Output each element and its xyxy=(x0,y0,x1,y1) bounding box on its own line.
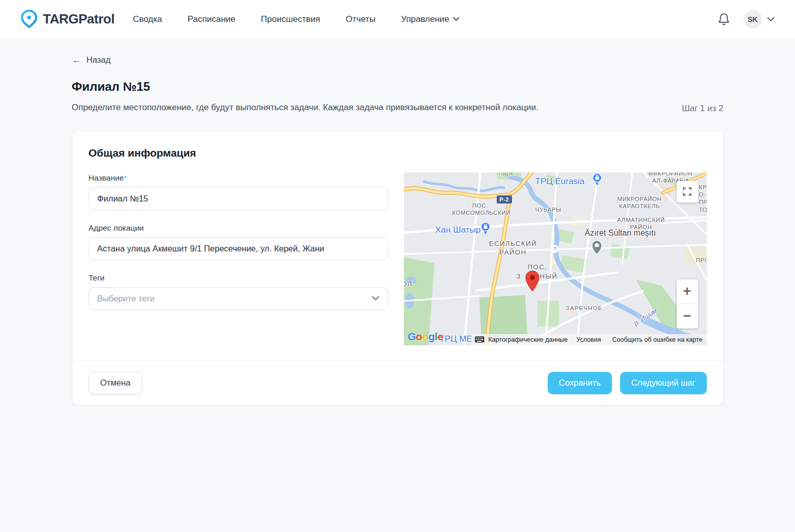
nav-item-management[interactable]: Управление xyxy=(401,14,460,24)
name-field-group: Название* xyxy=(89,173,388,210)
address-input[interactable] xyxy=(89,237,388,260)
page-content: ← Назад Филиал №15 Определите местополож… xyxy=(72,39,724,406)
back-label: Назад xyxy=(87,55,111,65)
zoom-in-button[interactable]: + xyxy=(677,280,698,304)
map-fullscreen-button[interactable] xyxy=(677,181,698,202)
map-label-zarechnoe: ЗАРЕЧНОЕ xyxy=(566,305,603,312)
address-label: Адрес локации xyxy=(89,223,388,233)
user-avatar[interactable]: SK xyxy=(743,10,762,29)
map-label-karaotkel: МИКРОРАЙОН КАРАОТКЕЛЬ xyxy=(610,195,669,211)
map-zoom-control: + − xyxy=(677,280,698,328)
user-menu-chevron-down-icon[interactable] xyxy=(767,17,775,22)
brand-logo[interactable]: TARGPatrol xyxy=(20,9,114,30)
chevron-down-icon xyxy=(372,296,379,301)
nav-item-schedule[interactable]: Расписание xyxy=(188,14,236,24)
google-logo[interactable]: Google xyxy=(408,331,443,343)
tags-field-group: Теги Выберите теги xyxy=(89,273,388,310)
tags-placeholder: Выберите теги xyxy=(97,294,155,303)
card-footer: Отмена Сохранить Следующий шаг xyxy=(72,361,723,405)
address-field-group: Адрес локации xyxy=(89,223,388,260)
zoom-out-button[interactable]: − xyxy=(677,304,698,328)
nav-item-incidents[interactable]: Происшествия xyxy=(261,14,320,24)
map-poi-khan-shatyr[interactable]: Хан Шатыр xyxy=(435,225,481,235)
map-poi-trc-eurasia[interactable]: ТРЦ Eurasia xyxy=(535,176,585,187)
back-link[interactable]: ← Назад xyxy=(72,55,111,65)
page-description: Определите местоположение, где будут вып… xyxy=(72,100,620,115)
map-label-park: парк xyxy=(499,172,514,177)
map-report-error-link[interactable]: Сообщить об ошибке на карте xyxy=(612,336,702,343)
map-data-attribution: Картографические данные xyxy=(489,336,568,343)
step-indicator: Шаг 1 из 2 xyxy=(682,104,724,114)
map-road-badge-p2: Р-2 xyxy=(496,195,513,204)
map-attribution-bar: Картографические данные Условия Сообщить… xyxy=(472,334,707,345)
map-label-chubary: ЧУБАРЫ xyxy=(535,206,561,214)
nav-item-summary[interactable]: Сводка xyxy=(133,14,162,24)
nav-item-management-label: Управление xyxy=(401,14,450,24)
map-terms-link[interactable]: Условия xyxy=(576,336,601,343)
mosque-pin-icon[interactable] xyxy=(592,240,602,257)
map-label-poselok-right: НЫЙ xyxy=(540,272,558,281)
brand-name: TARGPatrol xyxy=(43,11,114,27)
notifications-bell-icon[interactable] xyxy=(717,12,730,26)
next-step-button[interactable]: Следующий шаг xyxy=(620,372,707,394)
brand-pin-icon xyxy=(20,9,38,30)
main-nav: Сводка Расписание Происшествия Отчеты Уп… xyxy=(133,14,459,24)
map-label-clipped-right: КР О- ПР ТО xyxy=(699,184,707,214)
top-navbar: TARGPatrol Сводка Расписание Происшестви… xyxy=(0,0,795,39)
name-label: Название* xyxy=(89,173,388,183)
map-label-komsomolsky: ПОС. КОМСОМОЛЬСКИЙ xyxy=(452,202,508,217)
name-input[interactable] xyxy=(89,187,388,210)
map-label-esilsky: ЕСИЛЬСКИЙ РАЙОН xyxy=(481,239,545,257)
tags-select[interactable]: Выберите теги xyxy=(89,287,388,310)
tags-label: Теги xyxy=(89,273,388,283)
map-label-poselok-left: З xyxy=(517,272,521,281)
shopping-bag-pin-icon[interactable] xyxy=(480,222,491,237)
nav-item-reports[interactable]: Отчеты xyxy=(346,14,376,24)
keyboard-icon[interactable] xyxy=(475,336,484,343)
required-asterisk: * xyxy=(124,173,127,182)
section-title: Общая информация xyxy=(89,147,707,159)
shopping-bag-pin-icon[interactable] xyxy=(592,173,602,188)
general-info-card: Общая информация Название* Адрес локации… xyxy=(72,130,724,406)
location-marker-icon[interactable] xyxy=(525,270,540,294)
google-map[interactable]: парк ТРЦ Eurasia МИКРОРАЙОН АЛ-ФАРАБИ КР… xyxy=(404,172,707,345)
map-label-pro-clipped: ПРО xyxy=(696,257,707,264)
page-title: Филиал №15 xyxy=(72,80,724,94)
chevron-down-icon xyxy=(453,17,459,21)
back-arrow-icon: ← xyxy=(72,55,82,65)
save-button[interactable]: Сохранить xyxy=(548,372,612,394)
map-poi-mosque[interactable]: Äzıret Sūltan meşıtı xyxy=(585,229,656,238)
cancel-button[interactable]: Отмена xyxy=(89,372,142,394)
map-label-lake-clipped: ОЛ' xyxy=(404,280,415,289)
